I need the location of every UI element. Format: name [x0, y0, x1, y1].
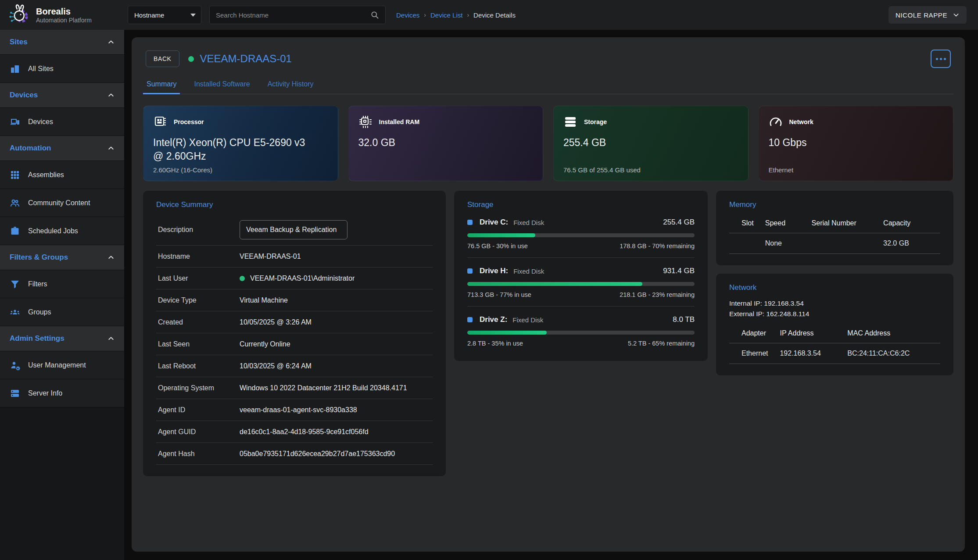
- sidebar-section-sites[interactable]: Sites: [0, 30, 124, 55]
- drive-name: Drive Z:: [480, 315, 507, 324]
- sidebar-section-automation[interactable]: Automation: [0, 136, 124, 161]
- drive-icon: [467, 317, 473, 322]
- drive-type: Fixed Disk: [512, 316, 543, 324]
- drive-usage-bar: [467, 331, 695, 335]
- sidebar-section-filters-groups[interactable]: Filters & Groups: [0, 245, 124, 270]
- sidebar-section-label: Filters & Groups: [10, 253, 68, 262]
- external-ip: External IP: 162.248.8.114: [729, 309, 940, 319]
- cell-ip: 192.168.3.54: [780, 343, 847, 364]
- device-tabs: Summary Installed Software Activity Hist…: [143, 80, 953, 94]
- breadcrumb: Devices › Device List › Device Details: [396, 11, 516, 19]
- stat-card-value: Intel(R) Xeon(R) CPU E5-2690 v3 @ 2.60GH…: [153, 136, 311, 163]
- sidebar-item-scheduled-jobs[interactable]: Scheduled Jobs: [0, 217, 124, 245]
- user-menu-button[interactable]: NICOLE RAPPE: [888, 6, 967, 24]
- breadcrumb-devices[interactable]: Devices: [396, 11, 419, 19]
- breadcrumb-separator: ›: [467, 11, 469, 18]
- brand-subtitle: Automation Platform: [36, 17, 92, 24]
- cell-mac: BC:24:11:CA:C6:2C: [847, 343, 940, 364]
- column-header: Adapter: [729, 324, 780, 343]
- stat-card-value: 32.0 GB: [358, 136, 516, 150]
- column-header: MAC Address: [847, 324, 940, 343]
- ram-icon: [358, 115, 373, 129]
- user-name: NICOLE RAPPE: [896, 11, 947, 19]
- sidebar-item-filters[interactable]: Filters: [0, 270, 124, 298]
- drive-usage-fill: [467, 233, 535, 237]
- drive-remaining-label: 178.8 GB - 70% remaining: [620, 243, 695, 250]
- table-row: Hostname VEEAM-DRAAS-01: [156, 246, 433, 268]
- topbar: Borealis Automation Platform Hostname De…: [0, 0, 978, 30]
- drive-remaining-label: 5.2 TB - 65% remaining: [628, 340, 695, 347]
- stat-cards: Processor Intel(R) Xeon(R) CPU E5-2690 v…: [143, 106, 953, 181]
- drive-row-c: Drive C: Fixed Disk 255.4 GB 76.5 GB - 3…: [467, 209, 695, 258]
- device-details-panel: BACK VEEAM-DRAAS-01 Summary Installed So…: [132, 37, 965, 552]
- search-field-select[interactable]: Hostname: [128, 6, 201, 24]
- sidebar-item-label: Server Info: [28, 389, 62, 397]
- tab-installed-software[interactable]: Installed Software: [194, 80, 250, 94]
- stat-card-label: Storage: [584, 118, 607, 125]
- filter-icon: [10, 279, 20, 289]
- stat-card-label: Network: [789, 118, 813, 125]
- device-title: VEEAM-DRAAS-01: [200, 53, 292, 65]
- chevron-up-icon: [107, 92, 115, 99]
- cell-capacity: 32.0 GB: [883, 233, 940, 254]
- row-label: Description: [158, 226, 240, 234]
- search-input[interactable]: [216, 11, 370, 19]
- row-label: Agent Hash: [158, 450, 240, 458]
- device-summary-table: Description Hostname VEEAM-DRAAS-01 Last…: [156, 214, 433, 465]
- sidebar-item-user-management[interactable]: User Management: [0, 351, 124, 379]
- sidebar: Sites All Sites Devices Devices Automati…: [0, 30, 124, 560]
- table-row: Last User VEEAM-DRAAS-01\Administrator: [156, 268, 433, 289]
- column-header: Speed: [765, 214, 812, 233]
- drive-name: Drive H:: [480, 267, 508, 275]
- sidebar-item-label: Assemblies: [28, 171, 64, 179]
- column-header: Slot: [729, 214, 765, 233]
- row-value: veeam-draas-01-agent-svc-8930a338: [240, 406, 357, 414]
- row-label: Last Reboot: [158, 362, 240, 370]
- row-value: Currently Online: [240, 340, 290, 348]
- row-value: Windows 10 2022 Datacenter 21H2 Build 20…: [240, 384, 407, 392]
- device-header: BACK VEEAM-DRAAS-01: [143, 48, 953, 68]
- search-icon: [370, 11, 379, 19]
- search-box[interactable]: [209, 6, 386, 24]
- tab-summary[interactable]: Summary: [147, 80, 176, 94]
- description-input[interactable]: [240, 220, 347, 239]
- sidebar-item-label: Groups: [28, 308, 51, 316]
- row-label: Agent ID: [158, 406, 240, 414]
- online-status-dot: [240, 276, 245, 281]
- sidebar-item-all-sites[interactable]: All Sites: [0, 55, 124, 83]
- table-row: Created 10/05/2025 @ 3:26 AM: [156, 311, 433, 333]
- drive-usage-fill: [467, 282, 642, 286]
- storage-icon: [563, 115, 577, 129]
- back-button[interactable]: BACK: [146, 50, 179, 67]
- drive-size: 931.4 GB: [663, 267, 695, 275]
- sidebar-item-label: User Management: [28, 361, 86, 369]
- drive-icon: [467, 268, 473, 274]
- table-row: Agent Hash 05ba0e7935171d626ecea29b27d7a…: [156, 443, 433, 465]
- sidebar-item-label: All Sites: [28, 65, 54, 73]
- sidebar-section-admin-settings[interactable]: Admin Settings: [0, 326, 124, 351]
- row-value: VEEAM-DRAAS-01: [240, 253, 301, 260]
- search-field-select-value: Hostname: [134, 11, 164, 19]
- drive-used-label: 76.5 GB - 30% in use: [467, 243, 528, 250]
- breadcrumb-separator: ›: [424, 11, 426, 18]
- sidebar-item-groups[interactable]: Groups: [0, 298, 124, 326]
- cell-serial: [812, 233, 884, 254]
- sidebar-item-assemblies[interactable]: Assemblies: [0, 161, 124, 189]
- row-value: 10/05/2025 @ 3:26 AM: [240, 318, 312, 326]
- sidebar-section-devices[interactable]: Devices: [0, 83, 124, 108]
- panel-title: Network: [729, 283, 940, 292]
- column-header: Serial Number: [812, 214, 884, 233]
- drive-type: Fixed Disk: [513, 268, 544, 275]
- building-icon: [10, 64, 20, 74]
- tab-activity-history[interactable]: Activity History: [268, 80, 314, 94]
- online-status-dot: [188, 56, 194, 62]
- drive-name: Drive C:: [480, 218, 508, 227]
- more-actions-button[interactable]: [931, 50, 951, 68]
- sidebar-item-devices[interactable]: Devices: [0, 108, 124, 136]
- breadcrumb-device-list[interactable]: Device List: [430, 11, 462, 19]
- borealis-rabbit-logo-icon: [7, 3, 31, 27]
- drive-remaining-label: 218.1 GB - 23% remaining: [620, 291, 695, 298]
- detail-panels: Device Summary Description Hostname VEEA…: [143, 191, 953, 476]
- sidebar-item-server-info[interactable]: Server Info: [0, 379, 124, 407]
- sidebar-item-community-content[interactable]: Community Content: [0, 189, 124, 217]
